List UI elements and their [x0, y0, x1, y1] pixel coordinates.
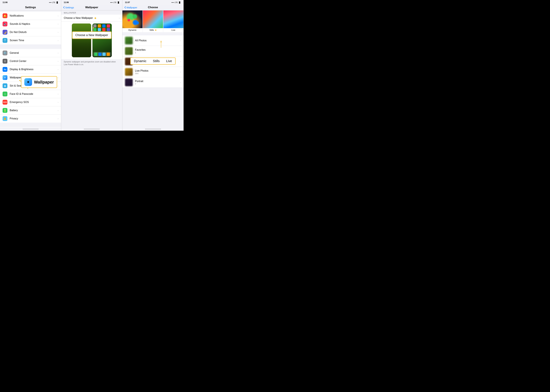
app-icon: [98, 24, 101, 28]
battery-icon: ▐▌: [56, 1, 58, 3]
privacy-row[interactable]: ✋ Privacy ›: [0, 115, 61, 123]
controlcenter-icon: ☰: [3, 59, 7, 63]
display-icon: Aa: [3, 67, 7, 72]
album-name: Favorites: [135, 49, 180, 51]
choose-wallpaper-row[interactable]: Choose a New Wallpaper ›: [61, 15, 122, 21]
donotdisturb-row[interactable]: 🌙 Do Not Disturb ›: [0, 28, 61, 36]
battery-icon: ▐▌: [178, 1, 181, 3]
wallpaper-type-grid: Dynamic Stills Live: [122, 10, 183, 32]
album-row-all-photos[interactable]: All Photos ›: [122, 35, 183, 46]
status-time: 11:06: [3, 1, 7, 4]
screentime-row[interactable]: ⏱ Screen Time ›: [0, 36, 61, 44]
sos-label: Emergency SOS: [10, 101, 58, 104]
stills-yellow-dot: [155, 29, 156, 31]
live-item[interactable]: Live: [163, 10, 183, 32]
chevron-icon: ›: [58, 84, 58, 87]
settings-list: 🔔 Notifications › 🔊 Sounds & Haptics › 🌙…: [0, 10, 61, 127]
controlcenter-label: Control Center: [10, 60, 58, 63]
status-bar: 11:06 ▪▪▪▪ LTE ▐▌: [0, 0, 61, 5]
sos-icon: SOS: [3, 100, 7, 105]
wallpaper-callout-label: Wallpaper: [34, 80, 54, 85]
chevron-icon: ›: [58, 31, 58, 34]
choose-wallpaper-text: Choose a New Wallpaper: [64, 17, 96, 20]
status-bar: 11:07 ▪▪▪▪ LTE ▐▌: [122, 0, 183, 5]
sos-row[interactable]: SOS Emergency SOS ›: [0, 98, 61, 106]
battery-row[interactable]: 🔋 Battery ›: [0, 106, 61, 115]
faceid-row[interactable]: ⬡ Face ID & Passcode ›: [0, 90, 61, 98]
album-name: Live Photos: [135, 69, 180, 72]
general-icon: ⚙️: [3, 50, 7, 55]
sounds-row[interactable]: 🔊 Sounds & Haptics ›: [0, 20, 61, 28]
lte-label: LTE: [175, 1, 178, 3]
wallpaper-callout-box: ✦ Wallpaper: [21, 76, 57, 88]
wallpaper-nav: Settings Wallpaper: [61, 5, 122, 10]
privacy-icon: ✋: [3, 116, 7, 121]
screentime-label: Screen Time: [10, 39, 58, 42]
lock-screen-preview[interactable]: 12:41: [72, 23, 91, 57]
chevron-icon: ›: [180, 71, 181, 73]
callout-live: Live: [166, 59, 172, 63]
general-row[interactable]: ⚙️ General ›: [0, 49, 61, 57]
donotdisturb-icon: 🌙: [3, 30, 7, 35]
display-row[interactable]: Aa Display & Brightness ›: [0, 65, 61, 74]
dock-icon: [94, 53, 97, 56]
dock-icon: [107, 53, 110, 56]
wallpaper-callout-icon: ✦: [24, 78, 32, 86]
settings-panel: 11:06 ▪▪▪▪ LTE ▐▌ Settings 🔔 Notificatio…: [0, 0, 61, 131]
app-icon: [93, 24, 96, 28]
back-label: Settings: [65, 6, 74, 9]
signal-icon: ▪▪▪▪: [110, 1, 113, 3]
notifications-row[interactable]: 🔔 Notifications ›: [0, 12, 61, 20]
callout-text: Choose a New Wallpaper: [75, 34, 108, 37]
album-info: Portrait 7: [135, 80, 180, 85]
donotdisturb-label: Do Not Disturb: [10, 31, 58, 34]
status-time: 11:07: [125, 1, 130, 4]
app-icon: [102, 28, 106, 31]
portrait-thumb: [125, 78, 133, 86]
type-callout-box: Dynamic Stills Live: [130, 57, 176, 65]
album-row-live-photos[interactable]: Live Photos 564 ›: [122, 67, 183, 77]
choose-nav: Wallpaper Choose: [122, 5, 183, 10]
controlcenter-row[interactable]: ☰ Control Center ›: [0, 57, 61, 65]
choose-wallpaper-callout: Choose a New Wallpaper: [72, 31, 111, 39]
callout-stills: Stills: [153, 59, 160, 63]
yellow-dot: [94, 17, 96, 19]
live-label: Live: [171, 29, 175, 31]
album-count: 564: [135, 72, 180, 75]
back-label: Wallpaper: [126, 6, 137, 9]
chevron-icon: ›: [58, 117, 58, 120]
lte-label: LTE: [52, 1, 55, 3]
display-label: Display & Brightness: [10, 68, 58, 71]
status-icons: ▪▪▪▪ LTE ▐▌: [49, 1, 58, 3]
notifications-label: Notifications: [10, 14, 58, 17]
live-photos-thumb: [125, 68, 133, 76]
dynamic-item[interactable]: Dynamic: [122, 10, 143, 32]
back-button[interactable]: Settings: [63, 6, 74, 9]
chevron-icon: ›: [180, 81, 181, 84]
wallpaper-previews: 12:41: [61, 21, 122, 59]
wallpaper-section-header: WALLPAPER: [61, 10, 122, 15]
wallpaper-content: WALLPAPER Choose a New Wallpaper › 12:41: [61, 10, 122, 127]
settings-group-3: A iTunes & App Store › ▤ Wallet & Apple …: [0, 126, 61, 127]
home-indicator: [61, 127, 122, 131]
stills-item[interactable]: Stills: [143, 10, 163, 32]
siri-icon: ◉: [3, 83, 7, 88]
stills-thumbnail: [143, 10, 163, 28]
chevron-icon: ›: [180, 60, 181, 63]
status-icons: ▪▪▪▪ LTE ▐▌: [110, 1, 120, 3]
album-info: All Photos: [135, 39, 180, 42]
app-icon: [107, 24, 110, 28]
faceid-label: Face ID & Passcode: [10, 92, 58, 95]
status-bar: 11:06 ▪▪▪▪ LTE ▐▌: [61, 0, 122, 5]
status-icons: ▪▪▪▪ LTE ▐▌: [171, 1, 181, 3]
album-name: Portrait: [135, 80, 180, 83]
album-info: Live Photos 564: [135, 69, 180, 75]
album-row-portrait[interactable]: Portrait 7 ›: [122, 77, 183, 88]
home-screen-preview[interactable]: [93, 23, 112, 57]
chevron-icon: ›: [119, 17, 120, 19]
app-icon: [107, 28, 110, 31]
back-button[interactable]: Wallpaper: [124, 6, 137, 9]
chevron-icon: ›: [58, 93, 58, 95]
album-row-favorites[interactable]: Favorites 1 ›: [122, 46, 183, 56]
section-divider: [122, 32, 183, 35]
